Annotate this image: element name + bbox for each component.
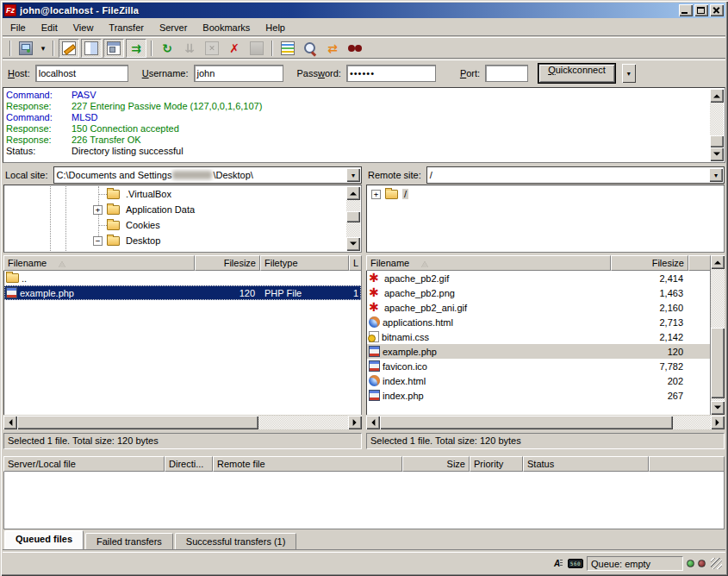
- file-row[interactable]: index.html 202: [367, 373, 710, 388]
- remote-horizontal-scrollbar[interactable]: [366, 416, 725, 429]
- queue-tab[interactable]: Queued files: [4, 530, 84, 549]
- menu-item[interactable]: Bookmarks: [195, 20, 258, 35]
- column-header[interactable]: Filename: [366, 255, 611, 271]
- file-row[interactable]: apache_pb2.gif 2,414: [367, 271, 710, 285]
- file-icon: [369, 375, 380, 386]
- scroll-down-button[interactable]: [346, 237, 360, 251]
- local-tree-scrollbar[interactable]: [346, 186, 360, 251]
- scroll-thumb[interactable]: [346, 211, 360, 222]
- column-header[interactable]: [649, 456, 725, 472]
- minimize-button[interactable]: [679, 4, 693, 16]
- disconnect-button[interactable]: ✗: [224, 39, 245, 58]
- scroll-thumb[interactable]: [711, 328, 725, 398]
- local-pane: Local site: C:\Documents and Settings\De…: [3, 166, 362, 449]
- menu-item[interactable]: Edit: [34, 20, 65, 35]
- file-row[interactable]: favicon.ico 7,782: [367, 359, 710, 373]
- directory-comparison-button[interactable]: [300, 39, 320, 58]
- tree-item[interactable]: Cookies: [5, 217, 360, 233]
- queue-tab[interactable]: Successful transfers (1): [175, 533, 297, 549]
- synchronized-browsing-button[interactable]: ⇄: [322, 39, 343, 58]
- scroll-right-button[interactable]: [348, 416, 362, 429]
- file-row[interactable]: ..: [4, 271, 361, 285]
- cancel-operation-button[interactable]: ✕: [202, 39, 222, 58]
- local-path-combo[interactable]: C:\Documents and Settings\Desktop\ ▾: [53, 166, 362, 184]
- scroll-left-button[interactable]: [366, 416, 380, 429]
- menu-item[interactable]: Server: [152, 20, 195, 35]
- quickconnect-button[interactable]: QQuickconnectuickconnect: [538, 64, 615, 83]
- port-input[interactable]: [485, 65, 528, 82]
- menu-item[interactable]: Transfer: [101, 20, 152, 35]
- log-line: Command: PASV: [6, 90, 710, 101]
- file-row[interactable]: example.php 120: [367, 344, 710, 359]
- scroll-up-button[interactable]: [710, 89, 724, 103]
- file-row[interactable]: bitnami.css 2,142: [367, 329, 710, 344]
- column-header[interactable]: Directi...: [165, 456, 213, 472]
- remote-vertical-scrollbar[interactable]: [711, 255, 725, 415]
- host-input[interactable]: localhost: [35, 65, 128, 82]
- site-manager-button[interactable]: [16, 39, 36, 58]
- refresh-button[interactable]: ↻: [157, 39, 177, 58]
- menu-item[interactable]: Help: [258, 20, 293, 35]
- column-header[interactable]: Status: [523, 456, 649, 472]
- transfer-type-indicator[interactable]: A: [550, 557, 564, 570]
- tree-item[interactable]: − Desktop: [5, 233, 360, 248]
- column-header[interactable]: Filesize: [611, 255, 688, 271]
- file-row[interactable]: example.php 120 PHP File 1: [4, 285, 361, 300]
- column-header[interactable]: Size: [402, 456, 470, 472]
- remote-path-dropdown[interactable]: ▾: [709, 168, 723, 182]
- scroll-thumb[interactable]: [17, 416, 258, 429]
- username-input[interactable]: john: [194, 65, 283, 82]
- scroll-thumb[interactable]: [380, 416, 673, 429]
- log-scrollbar[interactable]: [710, 89, 724, 161]
- file-row[interactable]: applications.html 2,713: [367, 315, 710, 329]
- menu-item[interactable]: View: [65, 20, 102, 35]
- column-header[interactable]: Filename: [3, 255, 195, 271]
- column-header[interactable]: [688, 255, 711, 271]
- scroll-right-button[interactable]: [711, 416, 725, 429]
- reconnect-button[interactable]: [246, 39, 267, 58]
- local-file-list: .. example.php 120 PHP File 1: [3, 271, 362, 415]
- queue-tab[interactable]: Failed transfers: [85, 533, 173, 549]
- site-manager-dropdown[interactable]: ▾: [38, 39, 48, 58]
- column-header[interactable]: Priority: [470, 456, 523, 472]
- toggle-remote-tree-button[interactable]: [103, 39, 124, 58]
- log-view-icon: [62, 41, 76, 55]
- scroll-left-button[interactable]: [3, 416, 17, 429]
- process-queue-button[interactable]: ⇊: [179, 39, 200, 58]
- scroll-up-button[interactable]: [711, 255, 725, 269]
- close-button[interactable]: [710, 4, 724, 16]
- column-header[interactable]: Server/Local file: [3, 456, 165, 472]
- quickconnect-dropdown[interactable]: ▾: [622, 64, 636, 83]
- scroll-up-button[interactable]: [346, 186, 360, 200]
- tree-expander[interactable]: +: [371, 190, 381, 199]
- menu-item[interactable]: File: [3, 20, 34, 35]
- resize-grip[interactable]: [711, 558, 722, 569]
- tree-item[interactable]: + /: [368, 186, 723, 202]
- toggle-local-tree-button[interactable]: [81, 39, 102, 58]
- tree-item[interactable]: + Application Data: [5, 202, 360, 217]
- tree-expander[interactable]: −: [93, 236, 103, 246]
- file-row[interactable]: index.php 267: [367, 388, 710, 403]
- column-header[interactable]: Filetype: [260, 255, 349, 271]
- remote-path-combo[interactable]: / ▾: [426, 166, 725, 184]
- file-row[interactable]: apache_pb2_ani.gif 2,160: [367, 300, 710, 315]
- password-input[interactable]: ••••••: [346, 65, 436, 82]
- column-header[interactable]: Remote file: [213, 456, 402, 472]
- tree-item[interactable]: .VirtualBox: [5, 186, 360, 202]
- column-header[interactable]: L: [349, 255, 362, 271]
- speed-limits-icon[interactable]: 560: [568, 559, 583, 568]
- toggle-log-view-button[interactable]: [59, 39, 79, 58]
- file-row[interactable]: apache_pb2.png 1,463: [367, 285, 710, 300]
- scroll-thumb[interactable]: [710, 135, 724, 147]
- local-path-dropdown[interactable]: ▾: [346, 168, 360, 182]
- find-files-button[interactable]: [345, 39, 365, 58]
- local-horizontal-scrollbar[interactable]: [3, 416, 362, 429]
- queue-body[interactable]: [3, 472, 725, 529]
- tree-expander[interactable]: +: [93, 205, 103, 215]
- scroll-down-button[interactable]: [711, 401, 725, 415]
- maximize-button[interactable]: [694, 4, 708, 16]
- filter-button[interactable]: [277, 39, 298, 58]
- toggle-queue-button[interactable]: ⇉: [126, 39, 146, 58]
- scroll-down-button[interactable]: [710, 147, 724, 161]
- column-header[interactable]: Filesize: [195, 255, 260, 271]
